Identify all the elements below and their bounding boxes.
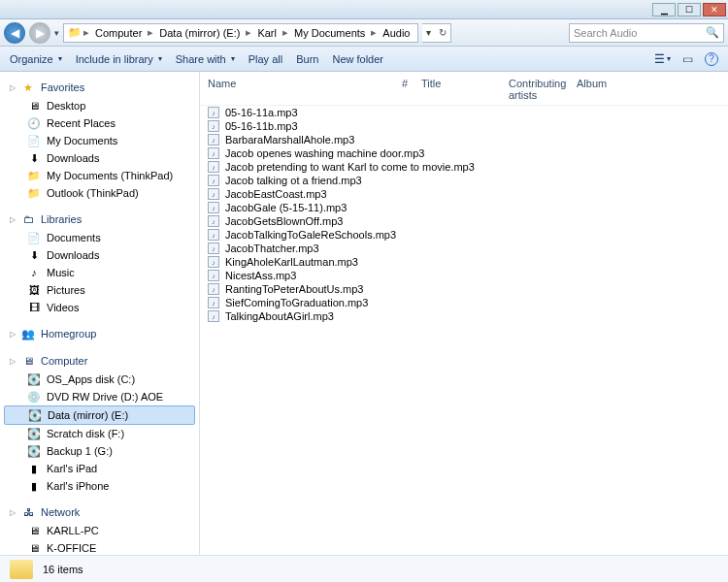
sidebar-item[interactable]: ♪Music xyxy=(0,264,199,281)
file-row[interactable]: ♪JacobGetsBlownOff.mp3 xyxy=(208,214,720,228)
toolbar: Organize Include in library Share with P… xyxy=(0,47,728,72)
sidebar-group[interactable]: ▷🗀Libraries xyxy=(0,210,199,229)
file-row[interactable]: ♪Jacob pretending to want Karl to come t… xyxy=(208,160,720,174)
expand-icon: ▷ xyxy=(10,357,16,366)
folder-icon: 📁 xyxy=(68,26,82,40)
file-row[interactable]: ♪BarbaraMarshallAhole.mp3 xyxy=(208,133,720,146)
play-all-button[interactable]: Play all xyxy=(248,53,282,65)
sidebar-item[interactable]: 🕘Recent Places xyxy=(0,114,199,132)
file-name: JacobTalkingToGaleReSchools.mp3 xyxy=(225,229,396,241)
file-row[interactable]: ♪TalkingAboutAGirl.mp3 xyxy=(208,309,720,323)
address-controls[interactable]: ▾ ↻ xyxy=(422,23,451,43)
group-icon: 🖥 xyxy=(21,354,35,368)
search-icon: 🔍 xyxy=(706,26,719,39)
file-name: TalkingAboutAGirl.mp3 xyxy=(225,310,334,322)
item-label: Karl's iPad xyxy=(47,463,97,474)
item-label: Music xyxy=(47,267,75,278)
col-artists[interactable]: Contributing artists xyxy=(509,78,577,101)
sidebar-item[interactable]: ⬇Downloads xyxy=(0,246,199,264)
sidebar-item[interactable]: 🖥KARLL-PC xyxy=(0,522,199,539)
sidebar-item[interactable]: 🎞Videos xyxy=(0,299,199,316)
file-row[interactable]: ♪05-16-11b.mp3 xyxy=(208,119,720,133)
view-button[interactable]: ☰ xyxy=(654,51,670,67)
item-icon: 📄 xyxy=(27,231,41,244)
file-row[interactable]: ♪Jacob talking ot a friend.mp3 xyxy=(208,174,720,187)
sidebar-item[interactable]: 💽Backup 1 (G:) xyxy=(0,442,199,460)
sidebar-item[interactable]: 🖥K-OFFICE xyxy=(0,539,199,555)
back-button[interactable]: ◀ xyxy=(4,22,25,44)
sidebar-item[interactable]: 📁My Documents (ThinkPad) xyxy=(0,167,199,184)
crumb-mydocs[interactable]: My Documents xyxy=(290,27,369,39)
burn-button[interactable]: Burn xyxy=(296,53,318,65)
col-name[interactable]: Name xyxy=(208,78,402,101)
sidebar-item[interactable]: 🖥Desktop xyxy=(0,97,199,114)
include-library-button[interactable]: Include in library xyxy=(76,53,162,65)
sidebar-group[interactable]: ▷🖥Computer xyxy=(0,351,199,371)
breadcrumb[interactable]: 📁 ▸ Computer▸ Data (mirror) (E:)▸ Karl▸ … xyxy=(63,23,418,43)
file-row[interactable]: ♪SiefComingToGraduation.mp3 xyxy=(208,296,720,309)
file-row[interactable]: ♪05-16-11a.mp3 xyxy=(208,106,720,119)
forward-button[interactable]: ▶ xyxy=(29,22,50,44)
audio-file-icon: ♪ xyxy=(208,283,219,295)
sidebar-item[interactable]: ▮Karl's iPhone xyxy=(0,477,199,495)
crumb-audio[interactable]: Audio xyxy=(379,27,414,39)
col-title[interactable]: Title xyxy=(421,78,509,101)
titlebar: ▁ ☐ ✕ xyxy=(0,0,728,19)
close-button[interactable]: ✕ xyxy=(703,3,726,16)
item-label: Videos xyxy=(47,302,79,313)
item-label: Documents xyxy=(47,232,101,243)
audio-file-icon: ♪ xyxy=(208,297,219,308)
col-album[interactable]: Album xyxy=(577,78,635,101)
file-name: SiefComingToGraduation.mp3 xyxy=(225,297,368,308)
search-input[interactable]: Search Audio 🔍 xyxy=(569,23,724,43)
item-label: Scratch disk (F:) xyxy=(47,428,124,439)
item-icon: 🖥 xyxy=(27,541,41,555)
item-icon: 🖼 xyxy=(27,283,41,297)
sidebar-item[interactable]: 💿DVD RW Drive (D:) AOE xyxy=(0,388,199,405)
expand-icon: ▷ xyxy=(10,508,16,517)
file-row[interactable]: ♪RantingToPeterAboutUs.mp3 xyxy=(208,282,720,296)
sidebar-item[interactable]: 📄My Documents xyxy=(0,132,199,149)
refresh-icon[interactable]: ↻ xyxy=(435,27,450,38)
sidebar-item[interactable]: 📄Documents xyxy=(0,229,199,246)
audio-file-icon: ♪ xyxy=(208,202,219,213)
item-icon: 💽 xyxy=(27,372,41,386)
sidebar-item[interactable]: 📁Outlook (ThinkPad) xyxy=(0,184,199,202)
crumb-karl[interactable]: Karl xyxy=(253,27,281,39)
file-row[interactable]: ♪NicestAss.mp3 xyxy=(208,269,720,282)
status-text: 16 items xyxy=(43,564,83,575)
file-row[interactable]: ♪JacobGale (5-15-11).mp3 xyxy=(208,201,720,214)
new-folder-button[interactable]: New folder xyxy=(332,53,383,65)
sidebar-item[interactable]: 💽Scratch disk (F:) xyxy=(0,425,199,442)
sidebar-group[interactable]: ▷👥Homegroup xyxy=(0,324,199,343)
sidebar-group-favorites[interactable]: ▷★Favorites xyxy=(0,78,199,97)
file-name: Jacob talking ot a friend.mp3 xyxy=(225,175,362,186)
item-label: DVD RW Drive (D:) AOE xyxy=(47,391,163,403)
help-button[interactable]: ? xyxy=(705,52,718,66)
file-row[interactable]: ♪KingAholeKarlLautman.mp3 xyxy=(208,255,720,269)
crumb-drive[interactable]: Data (mirror) (E:) xyxy=(155,27,244,39)
item-label: Data (mirror) (E:) xyxy=(48,409,128,421)
sidebar: ▷★Favorites🖥Desktop🕘Recent Places📄My Doc… xyxy=(0,72,200,555)
sidebar-item[interactable]: 💽OS_Apps disk (C:) xyxy=(0,371,199,388)
crumb-computer[interactable]: Computer xyxy=(91,27,146,39)
history-dropdown[interactable]: ▾ xyxy=(54,28,59,38)
column-headers[interactable]: Name # Title Contributing artists Album xyxy=(200,72,728,106)
file-name: NicestAss.mp3 xyxy=(225,270,296,281)
file-row[interactable]: ♪JacobThatcher.mp3 xyxy=(208,242,720,255)
organize-button[interactable]: Organize xyxy=(10,53,62,65)
sidebar-group[interactable]: ▷🖧Network xyxy=(0,502,199,522)
file-row[interactable]: ♪JacobEastCoast.mp3 xyxy=(208,187,720,201)
sidebar-item[interactable]: 🖼Pictures xyxy=(0,281,199,299)
preview-pane-button[interactable]: ▭ xyxy=(679,51,695,67)
sidebar-item[interactable]: ▮Karl's iPad xyxy=(0,460,199,477)
sidebar-item[interactable]: 💽Data (mirror) (E:) xyxy=(4,405,195,425)
maximize-button[interactable]: ☐ xyxy=(678,3,701,16)
file-row[interactable]: ♪JacobTalkingToGaleReSchools.mp3 xyxy=(208,228,720,242)
minimize-button[interactable]: ▁ xyxy=(652,3,676,16)
file-row[interactable]: ♪Jacob openes washing machine door.mp3 xyxy=(208,146,720,160)
col-number[interactable]: # xyxy=(402,78,421,101)
sidebar-item[interactable]: ⬇Downloads xyxy=(0,149,199,167)
address-dropdown-icon[interactable]: ▾ xyxy=(422,27,435,38)
share-with-button[interactable]: Share with xyxy=(176,53,235,65)
